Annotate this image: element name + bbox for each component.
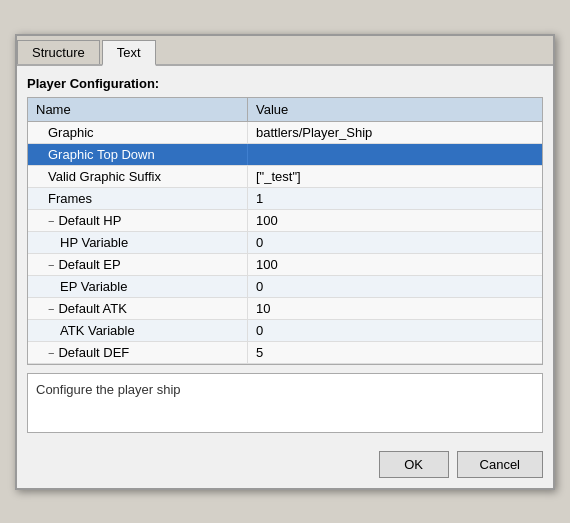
table-row[interactable]: −Default HP100: [28, 210, 542, 232]
table-row[interactable]: −Default DEF5: [28, 342, 542, 364]
cell-name: −Default DEF: [28, 342, 248, 363]
cell-name: Graphic Top Down: [28, 144, 248, 165]
cell-name: ATK Variable: [28, 320, 248, 341]
cell-name: Frames: [28, 188, 248, 209]
content-area: Player Configuration: Name Value Graphic…: [17, 66, 553, 443]
cell-name: EP Variable: [28, 276, 248, 297]
cell-name: −Default EP: [28, 254, 248, 275]
col-header-value: Value: [248, 98, 526, 121]
table-row[interactable]: HP Variable0: [28, 232, 542, 254]
cell-value: battlers/Player_Ship: [248, 122, 542, 143]
tab-bar: Structure Text: [17, 36, 553, 66]
table-row[interactable]: Graphic Top Down: [28, 144, 542, 166]
properties-table: Name Value Graphicbattlers/Player_ShipGr…: [27, 97, 543, 365]
cell-value: 100: [248, 210, 542, 231]
cell-value: 100: [248, 254, 542, 275]
cell-value: 5: [248, 342, 542, 363]
table-row[interactable]: Frames1: [28, 188, 542, 210]
table-row[interactable]: EP Variable0: [28, 276, 542, 298]
table-row[interactable]: Graphicbattlers/Player_Ship: [28, 122, 542, 144]
section-label: Player Configuration:: [27, 76, 543, 91]
description-box: Configure the player ship: [27, 373, 543, 433]
table-body[interactable]: Graphicbattlers/Player_ShipGraphic Top D…: [28, 122, 542, 364]
cell-value: 0: [248, 232, 542, 253]
table-header: Name Value: [28, 98, 542, 122]
table-row[interactable]: Valid Graphic Suffix["_test"]: [28, 166, 542, 188]
cell-name: −Default HP: [28, 210, 248, 231]
tab-text[interactable]: Text: [102, 40, 156, 66]
table-row[interactable]: ATK Variable0: [28, 320, 542, 342]
collapse-icon[interactable]: −: [48, 215, 54, 227]
ok-button[interactable]: OK: [379, 451, 449, 478]
cell-value: ["_test"]: [248, 166, 542, 187]
cell-value: 1: [248, 188, 542, 209]
table-row[interactable]: −Default EP100: [28, 254, 542, 276]
cell-value: 10: [248, 298, 542, 319]
cell-name: HP Variable: [28, 232, 248, 253]
cell-value: [248, 144, 542, 165]
scroll-placeholder: [526, 98, 542, 121]
collapse-icon[interactable]: −: [48, 303, 54, 315]
button-row: OK Cancel: [17, 443, 553, 488]
cell-name: Valid Graphic Suffix: [28, 166, 248, 187]
collapse-icon[interactable]: −: [48, 259, 54, 271]
collapse-icon[interactable]: −: [48, 347, 54, 359]
cancel-button[interactable]: Cancel: [457, 451, 543, 478]
cell-name: −Default ATK: [28, 298, 248, 319]
tab-structure[interactable]: Structure: [17, 40, 100, 64]
col-header-name: Name: [28, 98, 248, 121]
dialog: Structure Text Player Configuration: Nam…: [15, 34, 555, 490]
cell-value: 0: [248, 276, 542, 297]
cell-value: 0: [248, 320, 542, 341]
cell-name: Graphic: [28, 122, 248, 143]
table-row[interactable]: −Default ATK10: [28, 298, 542, 320]
